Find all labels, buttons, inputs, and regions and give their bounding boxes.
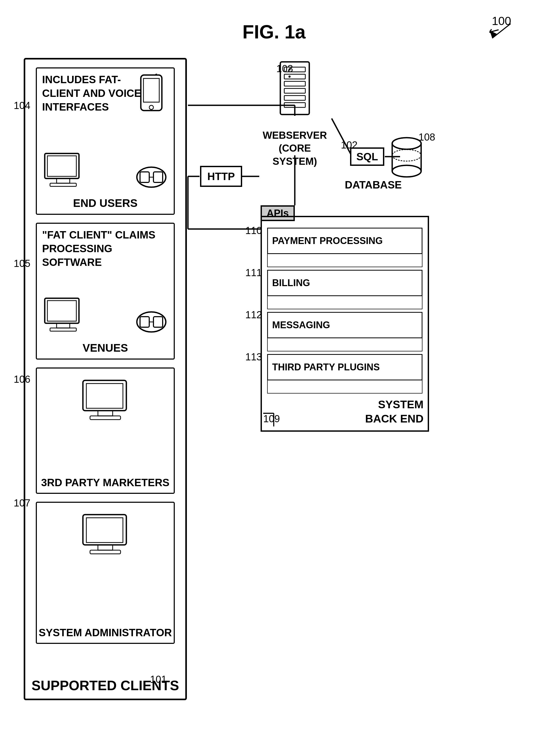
plugins-subrow	[267, 380, 422, 394]
svg-rect-41	[90, 550, 121, 554]
svg-point-54	[392, 165, 421, 177]
third-party-plugins-row: THIRD PARTY PLUGINS	[267, 354, 422, 380]
svg-rect-47	[284, 96, 305, 100]
fat-client-label: "FAT CLIENT" CLAIMS PROCESSING SOFTWARE	[37, 224, 174, 273]
figure-title: FIG. 1a	[242, 21, 306, 43]
ref-109: 109	[263, 413, 280, 425]
ref-110: 110	[245, 225, 262, 236]
svg-point-15	[149, 105, 153, 110]
svg-rect-36	[98, 411, 113, 416]
ref-104: 104	[14, 100, 30, 111]
svg-rect-20	[57, 178, 70, 183]
messaging-subrow	[267, 338, 422, 351]
svg-point-51	[392, 138, 421, 149]
database-icon	[390, 137, 424, 180]
ref-106: 106	[14, 374, 30, 385]
billing-row: BILLING	[267, 270, 422, 296]
ref-107: 107	[14, 498, 30, 509]
billing-subrow	[267, 296, 422, 309]
svg-point-50	[288, 76, 291, 78]
third-party-plugins-label: THIRD PARTY PLUGINS	[272, 362, 380, 373]
end-users-section: INCLUDES FAT- CLIENT AND VOICE INTERFACE…	[36, 67, 175, 215]
payment-processing-label: PAYMENT PROCESSING	[272, 235, 383, 246]
third-party-section: 3RD PARTY MARKETERS	[36, 367, 175, 494]
svg-rect-38	[83, 515, 126, 545]
svg-rect-40	[98, 545, 113, 550]
payment-processing-row: PAYMENT PROCESSING	[267, 228, 422, 254]
svg-rect-18	[45, 153, 79, 178]
svg-rect-44	[284, 74, 305, 79]
end-users-monitor	[42, 152, 84, 193]
fat-client-section: "FAT CLIENT" CLAIMS PROCESSING SOFTWARE	[36, 223, 175, 360]
ref-108: 108	[419, 132, 435, 143]
vr-headset-icon	[134, 163, 168, 193]
messaging-row: MESSAGING	[267, 312, 422, 338]
http-box: HTTP	[200, 166, 242, 187]
webserver-label: WEBSERVER (CORE SYSTEM)	[258, 129, 332, 168]
end-users-label: END USERS	[37, 197, 174, 210]
system-backend-box: PAYMENT PROCESSING BILLING MESSAGING THI…	[261, 216, 429, 432]
svg-rect-39	[86, 518, 123, 543]
ref-113: 113	[245, 351, 262, 363]
svg-rect-37	[90, 416, 121, 420]
system-backend-label: SYSTEM BACK END	[365, 397, 424, 426]
third-party-monitor	[79, 379, 132, 425]
billing-label: BILLING	[272, 277, 310, 289]
webserver-area: WEBSERVER (CORE SYSTEM)	[258, 61, 332, 168]
third-party-label: 3RD PARTY MARKETERS	[37, 477, 174, 489]
svg-rect-35	[86, 384, 123, 408]
ref-102: 102	[341, 140, 357, 151]
messaging-label: MESSAGING	[272, 320, 330, 331]
svg-rect-31	[140, 317, 149, 327]
fat-client-monitor	[42, 297, 84, 337]
svg-rect-34	[83, 380, 126, 411]
svg-rect-27	[47, 301, 76, 321]
svg-rect-23	[140, 172, 149, 182]
svg-rect-46	[284, 88, 305, 93]
fat-client-vr	[134, 307, 168, 337]
svg-rect-21	[50, 183, 76, 186]
system-admin-monitor	[79, 513, 132, 559]
payment-subrow	[267, 254, 422, 267]
phone-icon	[134, 74, 168, 122]
svg-rect-45	[284, 81, 305, 86]
svg-rect-32	[153, 317, 163, 327]
page: FIG. 1a 100 ↗ INCLUDES FAT- CLIENT AND V…	[0, 0, 548, 756]
svg-rect-26	[45, 298, 79, 323]
svg-rect-24	[153, 172, 163, 182]
svg-rect-28	[57, 323, 70, 328]
venues-label: VENUES	[37, 342, 174, 354]
ref-111: 111	[245, 267, 262, 278]
ref-112: 112	[245, 309, 262, 321]
svg-rect-29	[50, 328, 76, 331]
system-admin-label: SYSTEM ADMINISTRATOR	[37, 627, 174, 639]
supported-clients-box: INCLUDES FAT- CLIENT AND VOICE INTERFACE…	[24, 58, 187, 700]
svg-rect-14	[143, 78, 159, 102]
svg-rect-48	[284, 103, 305, 107]
database-label: DATABASE	[345, 179, 402, 191]
system-admin-section: SYSTEM ADMINISTRATOR	[36, 502, 175, 644]
svg-rect-19	[47, 156, 76, 176]
ref-101: 101	[150, 674, 167, 685]
ref-103: 103	[276, 63, 293, 74]
ref-105: 105	[14, 258, 30, 269]
svg-point-55	[392, 150, 421, 161]
